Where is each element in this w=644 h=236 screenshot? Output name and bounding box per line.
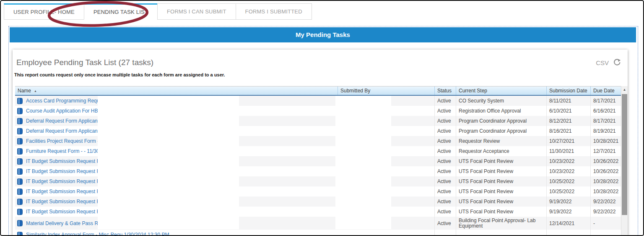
tab-user-profile-home[interactable]: USER PROFILE- HOME	[4, 3, 84, 20]
form-document-icon	[17, 118, 23, 124]
status-cell: Active	[434, 126, 456, 136]
tab-bar: USER PROFILE- HOME PENDING TASK LIST FOR…	[4, 3, 312, 20]
scrollbar-up-button[interactable]: ▲	[621, 86, 628, 93]
tab-forms-i-submitted[interactable]: FORMS I SUBMITTED	[236, 3, 312, 20]
panel-actions: CSV	[596, 59, 621, 67]
panel-title: Employee Pending Task List (27 tasks)	[16, 58, 153, 67]
form-document-icon	[17, 128, 23, 134]
due-date-cell: -	[590, 217, 621, 230]
form-document-icon	[17, 158, 23, 165]
due-date-cell: 10/26/2022	[590, 156, 621, 166]
status-cell: Active	[434, 96, 456, 106]
report-note: This report counts request only once inc…	[14, 72, 225, 77]
submission-date-cell: 12/14/2021	[546, 217, 590, 230]
task-name-link[interactable]: Similarity Index Approval Form - Misc Re…	[15, 230, 338, 236]
submission-date-cell: 10/23/2022	[546, 166, 590, 176]
submission-date-cell: 10/25/2022	[546, 186, 590, 197]
due-date-cell: 10/28/2022	[590, 176, 621, 186]
table-row: Similarity Index Approval Form - Misc Re…	[15, 230, 628, 236]
status-cell: Active	[434, 176, 456, 186]
due-date-cell: 8/19/2021	[590, 126, 621, 136]
current-step-cell: Building Focal Point Approval- Lab Equip…	[456, 217, 546, 230]
form-document-icon	[17, 148, 23, 155]
status-cell: Active	[434, 136, 456, 146]
status-cell: Active	[434, 166, 456, 176]
form-document-icon	[17, 138, 23, 144]
submission-date-cell: 11/30/2021	[546, 146, 590, 156]
form-document-icon	[17, 209, 23, 215]
current-step-cell: Requestor Review	[456, 136, 546, 146]
current-step-cell: Requestor Acceptance	[456, 146, 546, 156]
status-cell: Active	[434, 106, 456, 116]
due-date-cell: 9/22/2022	[590, 207, 621, 217]
due-date-cell: 6/16/2021	[590, 106, 621, 116]
current-step-cell	[456, 230, 546, 236]
current-step-cell: Program Coordinator Approval	[456, 116, 546, 126]
due-date-cell: 9/22/2022	[590, 197, 621, 207]
column-header-due-date[interactable]: Due Date	[590, 87, 621, 95]
form-document-icon	[17, 98, 23, 104]
status-cell: Active	[434, 207, 456, 217]
current-step-cell: Registration Office Approval	[456, 106, 546, 116]
status-cell: Active	[434, 217, 456, 230]
due-date-cell: 10/28/2022	[590, 186, 621, 197]
column-header-current-step[interactable]: Current Step	[456, 87, 546, 95]
status-cell: Active	[434, 146, 456, 156]
tab-forms-i-can-submit[interactable]: FORMS I CAN SUBMIT	[157, 3, 236, 20]
current-step-cell: UTS Focal Point Review	[456, 166, 546, 176]
submission-date-cell: 9/19/2022	[546, 207, 590, 217]
form-document-icon	[17, 220, 23, 226]
due-date-cell	[590, 230, 621, 236]
due-date-cell: 8/17/2021	[590, 116, 621, 126]
submission-date-cell: 8/16/2021	[546, 126, 590, 136]
current-step-cell: UTS Focal Point Review	[456, 197, 546, 207]
column-header-submission-date[interactable]: Submission Date	[546, 87, 590, 95]
column-header-status[interactable]: Status	[434, 87, 456, 95]
submission-date-cell: 10/25/2022	[546, 176, 590, 186]
refresh-icon[interactable]	[613, 59, 621, 67]
submission-date-cell: 10/23/2022	[546, 156, 590, 166]
submission-date-cell: 8/12/2021	[546, 116, 590, 126]
status-cell: Active	[434, 186, 456, 197]
current-step-cell: UTS Focal Point Review	[456, 176, 546, 186]
redaction-box-submitted-by-column	[335, 96, 391, 229]
submitted-by-cell	[338, 230, 434, 236]
submission-date-cell: 10/27/2021	[546, 136, 590, 146]
form-document-icon	[17, 168, 23, 175]
sort-ascending-icon: ▲	[34, 89, 37, 92]
redaction-box-name-column	[98, 96, 239, 229]
form-document-icon	[17, 232, 23, 236]
form-document-icon	[17, 199, 23, 205]
current-step-cell: UTS Focal Point Review	[456, 207, 546, 217]
column-header-name[interactable]: Name ▲	[15, 87, 338, 95]
current-step-cell: UTS Focal Point Review	[456, 186, 546, 197]
status-cell	[434, 230, 456, 236]
current-step-cell: CO Security System	[456, 96, 546, 106]
current-step-cell: Program Coordinator Approval	[456, 126, 546, 136]
submission-date-cell	[546, 230, 590, 236]
page-title: My Pending Tasks	[10, 27, 636, 42]
tab-pending-task-list[interactable]: PENDING TASK LIST	[84, 3, 158, 20]
due-date-cell: 8/17/2021	[590, 96, 621, 106]
form-document-icon	[17, 189, 23, 195]
form-document-icon	[17, 108, 23, 114]
column-header-submitted-by[interactable]: Submitted By	[338, 87, 434, 95]
due-date-cell: 12/7/2021	[590, 146, 621, 156]
due-date-cell: 10/28/2021	[590, 136, 621, 146]
csv-export-button[interactable]: CSV	[596, 59, 609, 66]
due-date-cell: 10/26/2022	[590, 166, 621, 176]
scrollbar-thumb[interactable]	[622, 94, 627, 215]
submission-date-cell: 8/11/2021	[546, 96, 590, 106]
status-cell: Active	[434, 197, 456, 207]
vertical-scrollbar[interactable]: ▲	[621, 86, 628, 236]
submission-date-cell: 6/10/2021	[546, 106, 590, 116]
status-cell: Active	[434, 116, 456, 126]
form-document-icon	[17, 178, 23, 185]
status-cell: Active	[434, 156, 456, 166]
table-header-row: Name ▲ Submitted By Status Current Step …	[15, 86, 628, 96]
submission-date-cell: 9/19/2022	[546, 197, 590, 207]
current-step-cell: UTS Focal Point Review	[456, 156, 546, 166]
